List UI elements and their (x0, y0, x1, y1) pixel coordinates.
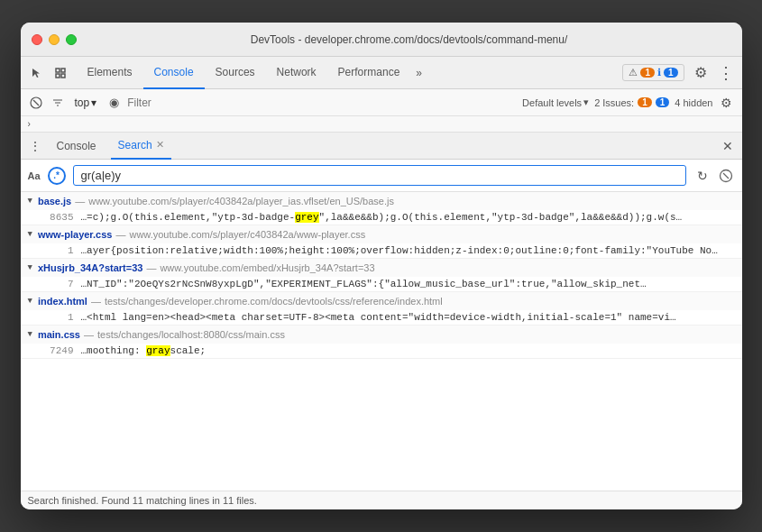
result-line-content: …ayer{position:relative;width:100%;heigh… (81, 245, 718, 256)
result-file: ▼base.js — www.youtube.com/s/player/c403… (21, 192, 742, 225)
devtools-tab-bar: Elements Console Sources Network Perform… (21, 57, 742, 89)
result-file-url: www.youtube.com/s/player/c403842a/player… (88, 196, 394, 206)
panel-close-button[interactable]: ✕ (721, 139, 735, 153)
tab-console[interactable]: Console (143, 57, 205, 89)
panel-header: ⋮ Console Search ✕ ✕ (21, 133, 742, 160)
status-bar: Search finished. Found 11 matching lines… (21, 491, 742, 509)
search-input-wrapper (73, 165, 686, 186)
case-sensitive-button[interactable]: Aa (28, 170, 41, 181)
result-file-header[interactable]: ▼main.css — tests/changes/localhost:8080… (21, 326, 742, 344)
log-levels-button[interactable]: Default levels ▾ (522, 96, 589, 108)
expand-icon[interactable]: › (28, 119, 31, 129)
result-file-separator: — (84, 329, 94, 340)
settings-icon[interactable] (692, 64, 710, 82)
search-input[interactable] (81, 169, 678, 182)
close-button[interactable] (32, 34, 42, 45)
result-file-separator: — (91, 296, 101, 307)
issue-count-2: 1 (664, 68, 678, 78)
result-line[interactable]: 7…NT_ID":"2OeQYs2rNcSnW8yxpLgD","EXPERIM… (21, 277, 742, 291)
inspect-icon[interactable] (51, 64, 69, 82)
issue-info-icon: ℹ (657, 67, 661, 78)
result-file-header[interactable]: ▼www-player.css — www.youtube.com/s/play… (21, 225, 742, 243)
filter-toggle-button[interactable] (50, 95, 66, 111)
result-line-content: …=c);g.O(this.element,"ytp-3d-badge-grey… (81, 212, 683, 223)
traffic-lights (32, 34, 77, 45)
close-search-tab-icon[interactable]: ✕ (156, 139, 164, 151)
result-collapse-arrow[interactable]: ▼ (28, 197, 32, 206)
search-bar: Aa .* ↻ (21, 160, 742, 192)
regex-toggle-button[interactable]: .* (48, 167, 66, 185)
tab-sources[interactable]: Sources (205, 57, 266, 89)
devtools-window: DevTools - developer.chrome.com/docs/dev… (21, 23, 742, 509)
tab-icons (28, 64, 69, 82)
issue-count-1: 1 (640, 68, 655, 78)
result-line[interactable]: 8635…=c);g.O(this.element,"ytp-3d-badge-… (21, 210, 742, 225)
context-selector[interactable]: top ▾ (71, 96, 101, 110)
panel-tab-search[interactable]: Search ✕ (111, 133, 171, 160)
result-line-number: 1 (42, 312, 74, 323)
result-line-content: …NT_ID":"2OeQYs2rNcSnW8yxpLgD","EXPERIME… (81, 279, 647, 289)
result-line-number: 1 (42, 245, 74, 256)
svg-rect-2 (56, 74, 60, 78)
more-tabs-button[interactable]: » (410, 67, 427, 79)
result-line[interactable]: 1…ayer{position:relative;width:100%;heig… (21, 243, 742, 258)
result-file: ▼www-player.css — www.youtube.com/s/play… (21, 225, 742, 259)
clear-search-button[interactable] (717, 167, 735, 185)
result-line-number: 7 (42, 279, 74, 289)
result-file-url: tests/changes/developer.chrome.com/docs/… (105, 296, 443, 307)
tab-performance[interactable]: Performance (327, 57, 411, 89)
result-line-content: …<html lang=en><head><meta charset=UTF-8… (81, 312, 676, 323)
issue-warning-icon: ⚠ (629, 67, 638, 78)
minimize-button[interactable] (49, 34, 60, 45)
result-line[interactable]: 7249…moothing: grayscale; (21, 344, 742, 358)
console-settings-icon[interactable] (719, 95, 735, 111)
tab-network[interactable]: Network (266, 57, 327, 89)
result-filename: index.html (38, 296, 87, 307)
panel-menu-icon[interactable]: ⋮ (28, 139, 42, 153)
clear-console-button[interactable] (28, 95, 44, 111)
search-results[interactable]: ▼base.js — www.youtube.com/s/player/c403… (21, 192, 742, 491)
result-collapse-arrow[interactable]: ▼ (28, 297, 32, 306)
result-collapse-arrow[interactable]: ▼ (28, 263, 32, 272)
result-file-separator: — (146, 262, 156, 273)
issues-badge[interactable]: ⚠ 1 ℹ 1 (622, 64, 684, 81)
window-title: DevTools - developer.chrome.com/docs/dev… (87, 33, 731, 46)
refresh-search-button[interactable]: ↻ (693, 167, 712, 185)
result-file-header[interactable]: ▼index.html — tests/changes/developer.ch… (21, 292, 742, 310)
result-collapse-arrow[interactable]: ▼ (28, 230, 32, 239)
issues-warn-badge: 1 (638, 97, 652, 107)
maximize-button[interactable] (66, 34, 77, 45)
result-file-separator: — (75, 196, 85, 206)
tab-right-icons: ⚠ 1 ℹ 1 (622, 64, 734, 82)
result-line-content: …moothing: grayscale; (81, 345, 207, 356)
search-actions: ↻ (693, 167, 735, 185)
panel-tab-console[interactable]: Console (50, 133, 104, 160)
svg-line-10 (723, 173, 729, 179)
hidden-count: 4 hidden (675, 97, 712, 108)
filter-input[interactable] (127, 94, 517, 112)
result-file: ▼xHusjrb_34A?start=33 — www.youtube.com/… (21, 259, 742, 292)
result-file-url: www.youtube.com/embed/xHusjrb_34A?start=… (160, 262, 374, 273)
svg-rect-1 (61, 69, 65, 72)
cursor-icon[interactable] (28, 64, 46, 82)
result-line[interactable]: 1…<html lang=en><head><meta charset=UTF-… (21, 310, 742, 325)
result-file-header[interactable]: ▼base.js — www.youtube.com/s/player/c403… (21, 192, 742, 210)
search-match: grey (295, 212, 318, 223)
title-bar: DevTools - developer.chrome.com/docs/dev… (21, 23, 742, 57)
result-collapse-arrow[interactable]: ▼ (28, 330, 32, 339)
more-options-icon[interactable] (717, 64, 735, 82)
result-line-number: 8635 (42, 212, 74, 223)
live-expressions-button[interactable] (106, 95, 122, 111)
svg-rect-3 (61, 74, 65, 78)
expand-row: › (21, 116, 742, 133)
result-file-header[interactable]: ▼xHusjrb_34A?start=33 — www.youtube.com/… (21, 259, 742, 277)
result-filename: www-player.css (38, 229, 113, 240)
search-panel: ⋮ Console Search ✕ ✕ Aa .* ↻ (21, 133, 742, 509)
result-file-url: tests/changes/localhost:8080/css/main.cs… (97, 329, 285, 340)
result-filename: xHusjrb_34A?start=33 (38, 262, 142, 273)
tab-elements[interactable]: Elements (77, 57, 143, 89)
search-match: gray (146, 345, 170, 356)
context-arrow: ▾ (91, 96, 96, 109)
result-line-number: 7249 (42, 345, 74, 356)
context-label: top (75, 96, 90, 109)
